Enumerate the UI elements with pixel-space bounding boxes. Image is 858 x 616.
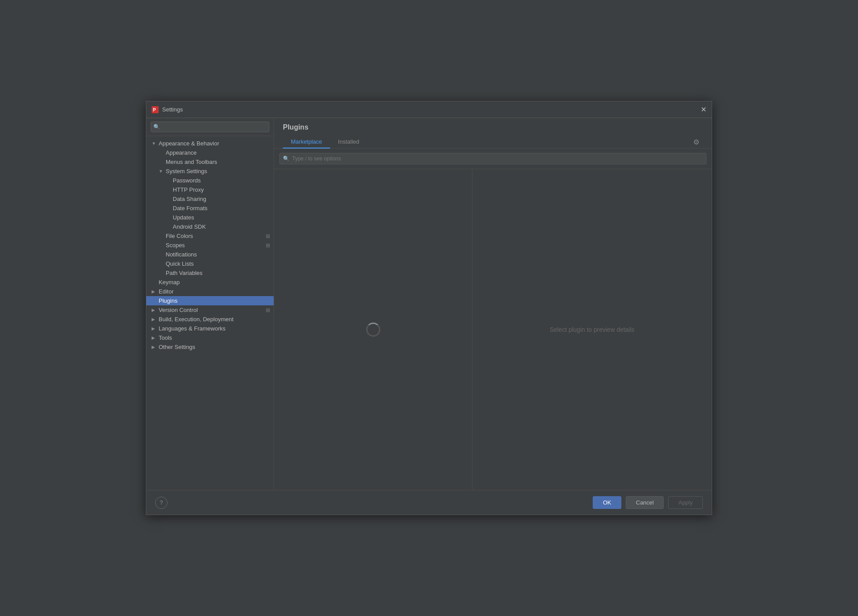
sidebar-item-plugins[interactable]: Plugins bbox=[146, 296, 274, 305]
sidebar-search-area: 🔍 bbox=[146, 118, 274, 136]
sidebar-item-notifications[interactable]: Notifications bbox=[146, 250, 274, 259]
chevron-icon: ▶ bbox=[152, 335, 157, 340]
tab-installed[interactable]: Installed bbox=[330, 136, 367, 148]
plugin-search-icon: 🔍 bbox=[283, 156, 290, 162]
spinner-animation bbox=[366, 323, 380, 337]
tab-marketplace[interactable]: Marketplace bbox=[283, 136, 330, 148]
sidebar-item-label: Version Control bbox=[159, 307, 198, 313]
sidebar-item-label: Appearance & Behavior bbox=[159, 140, 219, 147]
sidebar-item-quick-lists[interactable]: Quick Lists bbox=[146, 259, 274, 268]
loading-spinner bbox=[366, 323, 380, 337]
sidebar-item-label: HTTP Proxy bbox=[173, 186, 204, 193]
sidebar-item-label: Build, Execution, Deployment bbox=[159, 316, 234, 323]
plugin-search-bar: 🔍 bbox=[274, 148, 712, 169]
right-panel: Plugins Marketplace Installed ⚙ 🔍 bbox=[274, 118, 712, 490]
sidebar-item-scopes[interactable]: Scopes⊞ bbox=[146, 241, 274, 250]
chevron-icon: ▶ bbox=[152, 345, 157, 349]
app-icon: P bbox=[152, 106, 159, 113]
chevron-icon: ▼ bbox=[159, 169, 164, 174]
sidebar-item-label: Tools bbox=[159, 334, 172, 341]
plugin-tabs: Marketplace Installed ⚙ bbox=[283, 136, 703, 148]
main-content: 🔍 ▼Appearance & BehaviorAppearanceMenus … bbox=[146, 118, 712, 490]
title-bar: P Settings ✕ bbox=[146, 101, 712, 118]
sidebar-item-label: Path Variables bbox=[166, 270, 203, 276]
sidebar-item-build-execution[interactable]: ▶Build, Execution, Deployment bbox=[146, 315, 274, 324]
sidebar-item-file-colors[interactable]: File Colors⊞ bbox=[146, 231, 274, 241]
sidebar-item-editor[interactable]: ▶Editor bbox=[146, 287, 274, 296]
sidebar-item-path-variables[interactable]: Path Variables bbox=[146, 268, 274, 278]
sidebar-item-menus-toolbars[interactable]: Menus and Toolbars bbox=[146, 157, 274, 167]
sidebar-item-label: System Settings bbox=[166, 168, 207, 174]
chevron-icon: ▶ bbox=[152, 317, 157, 322]
plugin-detail-placeholder: Select plugin to preview details bbox=[550, 326, 634, 333]
sidebar-item-version-control[interactable]: ▶Version Control⊞ bbox=[146, 305, 274, 315]
chevron-icon: ▼ bbox=[152, 141, 157, 146]
plugin-header: Plugins Marketplace Installed ⚙ bbox=[274, 118, 712, 148]
sidebar-item-http-proxy[interactable]: HTTP Proxy bbox=[146, 185, 274, 194]
sidebar-item-label: Passwords bbox=[173, 177, 201, 184]
plugin-title: Plugins bbox=[283, 123, 703, 131]
sidebar-item-system-settings[interactable]: ▼System Settings bbox=[146, 167, 274, 176]
footer-buttons: OK Cancel Apply bbox=[593, 496, 703, 509]
sidebar-item-label: File Colors bbox=[166, 233, 193, 239]
sidebar-item-updates[interactable]: Updates bbox=[146, 213, 274, 222]
plugin-detail: Select plugin to preview details bbox=[472, 169, 712, 490]
chevron-icon: ▶ bbox=[152, 289, 157, 294]
apply-button[interactable]: Apply bbox=[668, 496, 703, 509]
help-button[interactable]: ? bbox=[155, 497, 167, 509]
sidebar-item-label: Data Sharing bbox=[173, 196, 206, 202]
chevron-icon: ▶ bbox=[152, 308, 157, 312]
sidebar-search-input[interactable] bbox=[151, 122, 269, 132]
cancel-button[interactable]: Cancel bbox=[626, 496, 664, 509]
ok-button[interactable]: OK bbox=[593, 496, 621, 509]
sidebar-item-data-sharing[interactable]: Data Sharing bbox=[146, 194, 274, 204]
sidebar-item-android-sdk[interactable]: Android SDK bbox=[146, 222, 274, 231]
badge-icon: ⊞ bbox=[266, 242, 270, 249]
dialog-title: Settings bbox=[162, 106, 701, 113]
sidebar-item-other-settings[interactable]: ▶Other Settings bbox=[146, 342, 274, 352]
help-icon: ? bbox=[160, 499, 163, 506]
sidebar-item-label: Plugins bbox=[159, 297, 178, 304]
sidebar: 🔍 ▼Appearance & BehaviorAppearanceMenus … bbox=[146, 118, 274, 490]
sidebar-item-keymap[interactable]: Keymap bbox=[146, 278, 274, 287]
sidebar-item-appearance-behavior[interactable]: ▼Appearance & Behavior bbox=[146, 139, 274, 148]
sidebar-item-label: Other Settings bbox=[159, 344, 195, 350]
sidebar-item-label: Updates bbox=[173, 214, 194, 221]
footer: ? OK Cancel Apply bbox=[146, 490, 712, 515]
plugin-list-area: Select plugin to preview details bbox=[274, 169, 712, 490]
badge-icon: ⊞ bbox=[266, 233, 270, 239]
close-button[interactable]: ✕ bbox=[701, 106, 706, 113]
sidebar-item-languages-frameworks[interactable]: ▶Languages & Frameworks bbox=[146, 324, 274, 333]
svg-text:P: P bbox=[153, 108, 156, 112]
sidebar-item-date-formats[interactable]: Date Formats bbox=[146, 204, 274, 213]
sidebar-item-tools[interactable]: ▶Tools bbox=[146, 333, 274, 342]
sidebar-item-label: Quick Lists bbox=[166, 260, 194, 267]
gear-button[interactable]: ⚙ bbox=[690, 136, 703, 148]
sidebar-search-icon: 🔍 bbox=[153, 124, 160, 130]
sidebar-item-label: Android SDK bbox=[173, 223, 206, 230]
sidebar-item-label: Scopes bbox=[166, 242, 185, 249]
plugin-list bbox=[274, 169, 472, 490]
settings-dialog: P Settings ✕ 🔍 ▼Appearance & BehaviorApp… bbox=[146, 101, 712, 515]
sidebar-item-label: Date Formats bbox=[173, 205, 208, 212]
sidebar-item-label: Keymap bbox=[159, 279, 180, 286]
badge-icon: ⊞ bbox=[266, 307, 270, 313]
sidebar-tree: ▼Appearance & BehaviorAppearanceMenus an… bbox=[146, 136, 274, 490]
sidebar-item-label: Editor bbox=[159, 288, 174, 295]
sidebar-item-label: Languages & Frameworks bbox=[159, 325, 226, 332]
sidebar-item-passwords[interactable]: Passwords bbox=[146, 176, 274, 185]
sidebar-item-label: Appearance bbox=[166, 149, 197, 156]
sidebar-item-label: Menus and Toolbars bbox=[166, 159, 217, 165]
chevron-icon: ▶ bbox=[152, 326, 157, 331]
sidebar-item-label: Notifications bbox=[166, 251, 197, 258]
plugin-search-input[interactable] bbox=[279, 153, 706, 164]
sidebar-item-appearance[interactable]: Appearance bbox=[146, 148, 274, 157]
